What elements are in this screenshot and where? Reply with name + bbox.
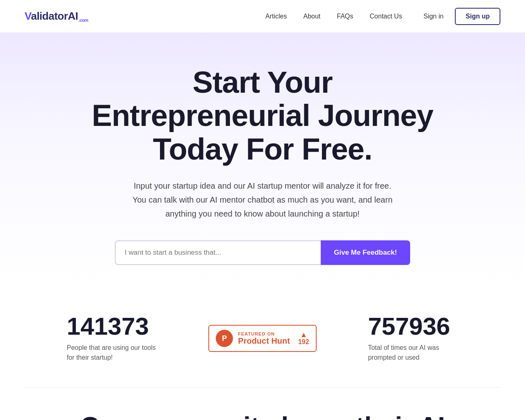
idea-input[interactable] <box>115 240 321 265</box>
stat-prompts-number: 757936 <box>368 314 458 339</box>
ph-name: Product Hunt <box>238 336 290 346</box>
stat-users-number: 141373 <box>67 314 157 339</box>
signin-button[interactable]: Sign in <box>418 9 448 23</box>
hero-input-row: Give Me Feedback! <box>115 240 410 265</box>
nav-item-faqs[interactable]: FAQs <box>337 13 353 20</box>
stat-users-label: People that are using our tools for thei… <box>67 343 157 363</box>
logo[interactable]: ValidatorAI.com <box>25 10 88 23</box>
nav-item-articles[interactable]: Articles <box>265 13 287 20</box>
ph-text: FEATURED ON Product Hunt <box>238 331 290 346</box>
product-hunt-badge[interactable]: P FEATURED ON Product Hunt ▲ 192 <box>208 325 316 352</box>
nav-item-about[interactable]: About <box>303 13 320 20</box>
ph-featured-label: FEATURED ON <box>238 331 290 336</box>
feedback-button[interactable]: Give Me Feedback! <box>321 240 410 265</box>
ph-votes: ▲ 192 <box>298 331 309 346</box>
nav-actions: Sign in Sign up <box>418 8 500 25</box>
stat-prompts: 757936 Total of times our AI was prompte… <box>368 314 458 363</box>
navbar: ValidatorAI.com Articles About FAQs Cont… <box>0 0 525 33</box>
ph-icon: P <box>216 330 233 347</box>
ph-vote-count: 192 <box>298 338 309 346</box>
logo-text: ValidatorAI.com <box>25 10 88 23</box>
nav-item-contact[interactable]: Contact Us <box>370 13 402 20</box>
stat-prompts-label: Total of times our AI was prompted or us… <box>368 343 458 363</box>
community-section: Our community loves their AI <box>0 388 525 420</box>
hero-subtext: Input your startup idea and our AI start… <box>82 179 443 221</box>
community-heading: Our community loves their AI <box>25 412 500 420</box>
stats-section: 141373 People that are using our tools f… <box>0 290 525 387</box>
nav-links: Articles About FAQs Contact Us <box>265 13 402 20</box>
hero-section: Start Your Entrepreneurial Journey Today… <box>0 33 525 290</box>
signup-button[interactable]: Sign up <box>455 8 500 25</box>
hero-headline: Start Your Entrepreneurial Journey Today… <box>82 66 443 166</box>
stat-users: 141373 People that are using our tools f… <box>67 314 157 363</box>
ph-arrow-icon: ▲ <box>300 331 307 338</box>
